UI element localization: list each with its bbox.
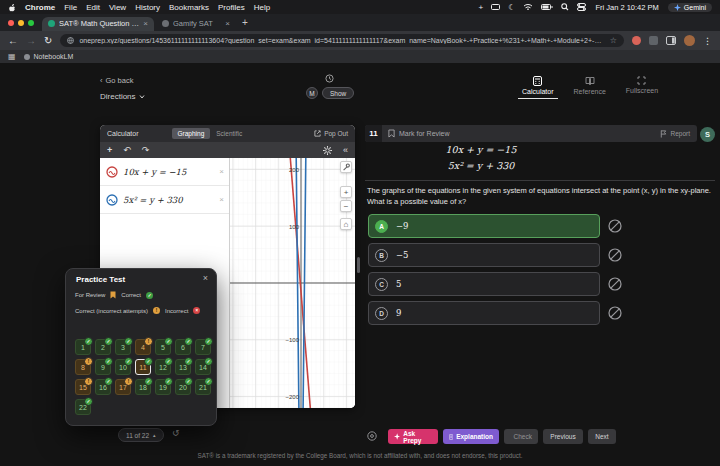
collapse-panel-button[interactable]: « <box>343 146 348 155</box>
cross-out-icon[interactable] <box>608 248 622 262</box>
choice-d[interactable]: D 9 <box>368 301 600 325</box>
zoom-in-button[interactable]: + <box>340 186 352 198</box>
strikethrough-mode-badge[interactable]: S <box>700 127 715 142</box>
expression-row[interactable]: 10x + y = −15 × <box>100 158 229 186</box>
forward-icon[interactable]: → <box>26 36 36 46</box>
mark-for-review-button[interactable]: Mark for Review <box>388 129 450 138</box>
menubar-item-history[interactable]: History <box>135 3 160 12</box>
question-cell-20[interactable]: 20✓ <box>175 379 191 395</box>
question-cell-3[interactable]: 3✓ <box>115 339 131 355</box>
question-cell-6[interactable]: 6✓ <box>175 339 191 355</box>
apple-icon[interactable] <box>8 3 16 12</box>
curve-color-icon-blue[interactable] <box>106 194 118 206</box>
moon-icon[interactable]: ☾ <box>508 3 515 12</box>
question-cell-16[interactable]: 16✓ <box>95 379 111 395</box>
bookmark-star-icon[interactable]: ☆ <box>610 36 617 45</box>
add-expression-button[interactable]: + <box>107 146 112 155</box>
explanation-button[interactable]: Explanation <box>443 429 499 444</box>
pop-out-button[interactable]: Pop Out <box>314 130 348 137</box>
tab-reference[interactable]: Reference <box>570 76 610 99</box>
tab-calculator[interactable]: Calculator <box>518 76 558 99</box>
zoom-out-button[interactable]: − <box>340 200 352 212</box>
side-panel-icon[interactable] <box>666 36 676 45</box>
question-pager-button[interactable]: 11 of 22 ▴ <box>118 428 164 442</box>
graph-home-button[interactable]: ⌂ <box>340 218 352 230</box>
bookmark-notebooklm[interactable]: NotebookLM <box>24 53 74 60</box>
redo-icon[interactable]: ↷ <box>142 146 150 155</box>
browser-menu-icon[interactable]: ⋮ <box>703 36 712 46</box>
question-cell-1[interactable]: 1✓ <box>75 339 91 355</box>
tab-scientific[interactable]: Scientific <box>216 130 242 137</box>
choice-a[interactable]: A −9 <box>368 214 600 238</box>
ask-prepy-button[interactable]: Ask Prepy <box>388 429 438 444</box>
window-zoom-button[interactable] <box>28 20 34 26</box>
apps-grid-icon[interactable]: ▦ <box>8 52 16 61</box>
question-cell-11[interactable]: 11✓ <box>135 359 151 375</box>
question-cell-22[interactable]: 22✓ <box>75 399 91 415</box>
show-timer-button[interactable]: Show <box>322 87 354 99</box>
undo-icon[interactable]: ↶ <box>123 146 131 155</box>
menubar-item-help[interactable]: Help <box>254 3 270 12</box>
cross-out-icon[interactable] <box>608 219 622 233</box>
graph-canvas[interactable]: 200 100 −100 −200 + − ⌂ <box>230 158 355 408</box>
menubar-item-profiles[interactable]: Profiles <box>218 3 245 12</box>
next-button[interactable]: Next <box>588 429 616 444</box>
menubar-item-view[interactable]: View <box>109 3 126 12</box>
menubar-item-edit[interactable]: Edit <box>86 3 100 12</box>
question-cell-12[interactable]: 12✓ <box>155 359 171 375</box>
extension-icon[interactable] <box>649 36 658 45</box>
close-icon[interactable]: × <box>203 273 208 283</box>
graph-settings-wrench-button[interactable] <box>340 161 352 173</box>
question-cell-7[interactable]: 7✓ <box>195 339 211 355</box>
tab-graphing[interactable]: Graphing <box>172 128 211 139</box>
question-cell-4[interactable]: 4! <box>135 339 151 355</box>
question-cell-15[interactable]: 15! <box>75 379 91 395</box>
settings-gear-button[interactable] <box>366 430 378 442</box>
cross-out-icon[interactable] <box>608 306 622 320</box>
plus-icon[interactable]: + <box>479 3 484 12</box>
menubar-item-bookmarks[interactable]: Bookmarks <box>169 3 209 12</box>
previous-button[interactable]: Previous <box>543 429 583 444</box>
question-cell-5[interactable]: 5✓ <box>155 339 171 355</box>
report-button[interactable]: Report <box>660 130 690 138</box>
panel-resize-handle[interactable] <box>357 257 360 273</box>
choice-c[interactable]: C 5 <box>368 272 600 296</box>
reload-icon[interactable]: ↻ <box>44 36 52 46</box>
battery-icon[interactable] <box>541 4 553 10</box>
expression-row[interactable]: 5x² = y + 330 × <box>100 186 229 214</box>
cross-out-icon[interactable] <box>608 277 622 291</box>
tab-fullscreen[interactable]: Fullscreen <box>622 76 662 99</box>
new-tab-button[interactable]: + <box>242 18 248 28</box>
display-icon[interactable] <box>491 4 500 11</box>
gemini-menubar-item[interactable]: Gemini <box>668 3 712 12</box>
tab-close-icon[interactable]: × <box>143 20 148 28</box>
extension-icon[interactable] <box>632 36 641 45</box>
question-cell-18[interactable]: 18✓ <box>135 379 151 395</box>
question-cell-8[interactable]: 8! <box>75 359 91 375</box>
profile-avatar[interactable] <box>684 35 695 46</box>
menubar-item-file[interactable]: File <box>64 3 77 12</box>
choice-b[interactable]: B −5 <box>368 243 600 267</box>
question-cell-21[interactable]: 21✓ <box>195 379 211 395</box>
control-center-icon[interactable] <box>577 3 586 11</box>
directions-dropdown[interactable]: Directions <box>100 92 145 101</box>
tab-gamify-sat[interactable]: Gamify SAT × <box>156 17 236 32</box>
reset-icon[interactable]: ↺ <box>172 428 180 438</box>
remove-expression-icon[interactable]: × <box>219 195 224 204</box>
search-icon[interactable] <box>561 3 569 11</box>
question-cell-9[interactable]: 9✓ <box>95 359 111 375</box>
tab-sat-question[interactable]: SAT® Math Question 1453611111 × <box>42 17 154 32</box>
question-cell-19[interactable]: 19✓ <box>155 379 171 395</box>
site-info-icon[interactable] <box>67 37 74 44</box>
question-cell-13[interactable]: 13✓ <box>175 359 191 375</box>
check-button[interactable]: Check <box>504 429 538 444</box>
window-close-button[interactable] <box>8 20 14 26</box>
graph-settings-button[interactable] <box>323 146 332 155</box>
menubar-item-chrome[interactable]: Chrome <box>25 3 55 12</box>
remove-expression-icon[interactable]: × <box>219 167 224 176</box>
back-icon[interactable]: ← <box>8 36 18 46</box>
wifi-icon[interactable] <box>523 3 533 11</box>
curve-color-icon-red[interactable] <box>106 166 118 178</box>
question-cell-2[interactable]: 2✓ <box>95 339 111 355</box>
tab-close-icon[interactable]: × <box>225 20 230 28</box>
